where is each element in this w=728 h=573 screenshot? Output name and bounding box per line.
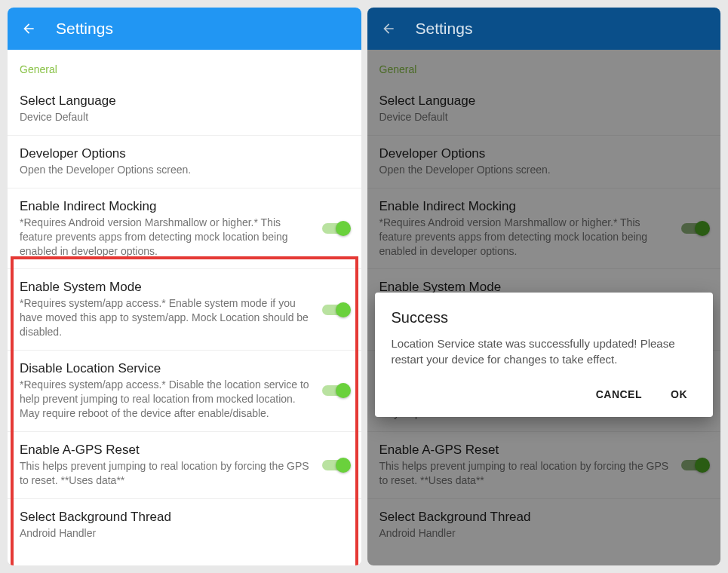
setting-title: Select Background Thread <box>20 510 349 525</box>
setting-title: Enable System Mode <box>20 280 313 295</box>
setting-sub: *Requires system/app access.* Disable th… <box>20 378 313 421</box>
setting-language[interactable]: Select Language Device Default <box>8 83 361 136</box>
appbar: Settings <box>8 8 361 50</box>
setting-sub: This helps prevent jumping to real locat… <box>20 459 313 488</box>
toggle-agps-reset[interactable] <box>322 458 349 473</box>
dialog-actions: CANCEL OK <box>392 381 697 409</box>
setting-sub: Android Handler <box>20 526 349 541</box>
setting-sub: Device Default <box>20 110 349 124</box>
ok-button[interactable]: OK <box>665 384 693 405</box>
toggle-indirect-mocking[interactable] <box>322 221 349 236</box>
setting-disable-location[interactable]: Disable Location Service *Requires syste… <box>8 351 361 432</box>
setting-title: Enable Indirect Mocking <box>20 199 313 214</box>
setting-sub: Open the Developer Options screen. <box>20 163 349 177</box>
back-icon[interactable] <box>20 20 38 38</box>
setting-agps-reset[interactable]: Enable A-GPS Reset This helps prevent ju… <box>8 432 361 499</box>
section-general: General <box>8 50 361 83</box>
toggle-system-mode[interactable] <box>322 302 349 317</box>
toggle-disable-location[interactable] <box>322 383 349 398</box>
setting-indirect-mocking[interactable]: Enable Indirect Mocking *Requires Androi… <box>8 188 361 270</box>
setting-title: Select Language <box>20 93 349 109</box>
phone-right: Settings General Select Language Device … <box>367 8 721 565</box>
appbar-title: Settings <box>56 20 113 38</box>
setting-title: Developer Options <box>20 146 349 161</box>
setting-devopts[interactable]: Developer Options Open the Developer Opt… <box>8 136 361 188</box>
success-dialog: Success Location Service state was succe… <box>375 293 714 417</box>
appbar-title: Settings <box>416 20 473 38</box>
phone-left: Settings General Select Language Device … <box>8 8 361 565</box>
back-icon[interactable] <box>379 20 398 38</box>
dialog-title: Success <box>392 309 697 326</box>
dialog-message: Location Service state was successfully … <box>392 336 697 367</box>
setting-sub: *Requires system/app access.* Enable sys… <box>20 296 313 339</box>
settings-content: General Select Language Device Default D… <box>367 50 721 565</box>
setting-title: Enable A-GPS Reset <box>20 443 313 458</box>
setting-system-mode[interactable]: Enable System Mode *Requires system/app … <box>8 269 361 351</box>
setting-bg-thread[interactable]: Select Background Thread Android Handler <box>8 499 361 551</box>
appbar: Settings <box>367 8 721 50</box>
setting-title: Disable Location Service <box>20 361 313 376</box>
setting-sub: *Requires Android version Marshmallow or… <box>20 216 313 259</box>
cancel-button[interactable]: CANCEL <box>590 384 648 405</box>
settings-content: General Select Language Device Default D… <box>8 50 361 565</box>
